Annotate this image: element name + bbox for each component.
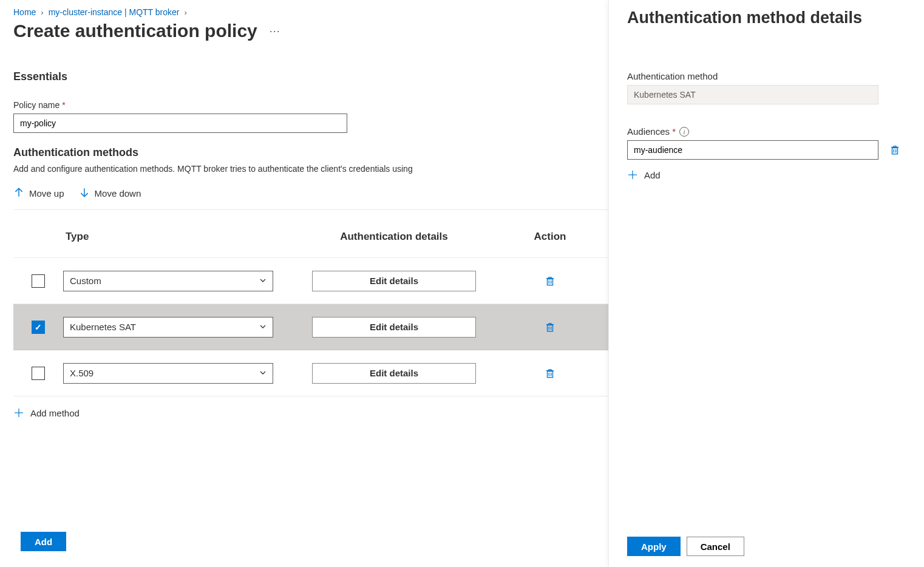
breadcrumb: Home › my-cluster-instance | MQTT broker… [13,7,608,17]
svg-rect-25 [892,148,898,154]
chevron-right-icon: › [184,8,186,17]
add-audience-button[interactable]: Add [627,169,918,180]
move-down-label: Move down [95,188,141,199]
arrow-down-icon [79,187,90,200]
details-panel: Authentication method details Authentica… [608,0,924,567]
methods-table: Type Authentication details Action Custo… [13,231,608,396]
add-audience-label: Add [644,170,661,180]
apply-button[interactable]: Apply [627,537,681,556]
chevron-right-icon: › [41,8,43,17]
plus-icon [627,169,638,180]
edit-details-button[interactable]: Edit details [312,271,476,291]
edit-details-button[interactable]: Edit details [312,363,476,384]
row-checkbox[interactable] [32,321,45,334]
arrow-up-icon [13,187,24,200]
page-title: Create authentication policy [13,21,257,41]
chevron-down-icon [259,368,267,378]
essentials-heading: Essentials [13,70,608,83]
policy-name-label: Policy name [13,100,608,110]
chevron-down-icon [259,276,267,286]
breadcrumb-home[interactable]: Home [13,7,36,17]
cancel-button[interactable]: Cancel [687,537,744,556]
delete-audience-button[interactable] [889,144,900,155]
move-down-button[interactable]: Move down [79,187,141,200]
delete-button[interactable] [545,368,555,379]
delete-button[interactable] [545,276,555,287]
type-value: Custom [70,276,101,286]
audience-input[interactable] [627,140,878,160]
svg-rect-9 [548,325,553,331]
type-select[interactable]: X.509 [63,363,273,384]
move-up-label: Move up [29,188,64,199]
plus-icon [13,407,24,418]
delete-button[interactable] [545,322,555,333]
add-method-label: Add method [30,408,80,418]
table-row: Kubernetes SAT Edit details [13,304,608,350]
auth-methods-heading: Authentication methods [13,146,608,159]
edit-details-button[interactable]: Edit details [312,317,476,338]
svg-rect-16 [548,371,553,377]
type-select[interactable]: Custom [63,271,273,291]
breadcrumb-instance[interactable]: my-cluster-instance | MQTT broker [49,7,180,17]
add-method-button[interactable]: Add method [13,407,608,418]
table-row: X.509 Edit details [13,350,608,396]
auth-methods-description: Add and configure authentication methods… [13,164,608,174]
row-checkbox[interactable] [32,274,45,288]
column-action: Action [498,231,608,243]
audiences-label: Audiences i [627,126,918,137]
type-select[interactable]: Kubernetes SAT [63,317,273,338]
policy-name-input[interactable] [13,114,347,133]
auth-method-label: Authentication method [627,71,918,81]
info-icon[interactable]: i [679,127,689,137]
column-details: Authentication details [290,231,498,243]
type-value: Kubernetes SAT [70,322,136,332]
move-up-button[interactable]: Move up [13,187,64,200]
type-value: X.509 [70,368,93,378]
row-checkbox[interactable] [32,367,45,380]
chevron-down-icon [259,322,267,332]
add-button[interactable]: Add [21,532,66,551]
column-type: Type [63,231,290,243]
panel-title: Authentication method details [627,8,918,27]
svg-rect-2 [548,279,553,285]
more-actions-button[interactable]: ··· [270,25,280,38]
table-row: Custom Edit details [13,258,608,304]
auth-method-value: Kubernetes SAT [627,85,878,104]
